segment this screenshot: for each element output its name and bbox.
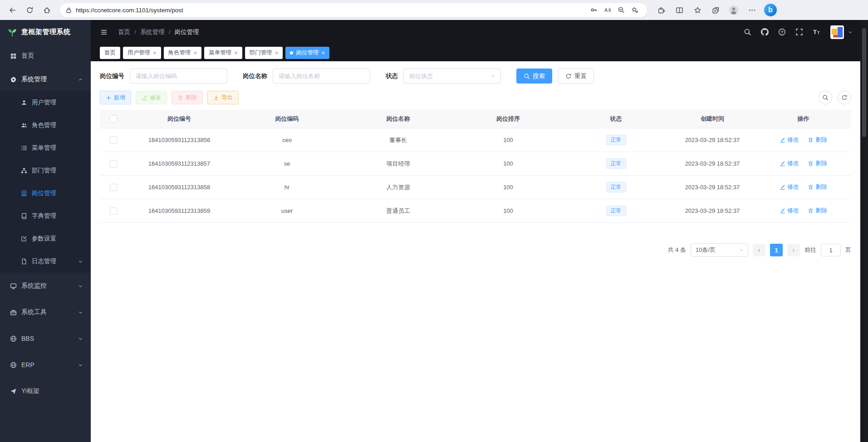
split-screen-button[interactable] bbox=[672, 3, 687, 17]
row-edit-link[interactable]: 修改 bbox=[780, 136, 799, 144]
filter-post-name: 岗位名称 bbox=[243, 69, 370, 83]
tab-users[interactable]: 用户管理 × bbox=[123, 47, 161, 59]
row-delete-link[interactable]: 删除 bbox=[808, 159, 827, 167]
collapse-sidebar-button[interactable] bbox=[98, 26, 110, 38]
page-number-1[interactable]: 1 bbox=[770, 244, 783, 256]
row-checkbox[interactable] bbox=[110, 207, 117, 215]
browser-menu-button[interactable] bbox=[744, 3, 760, 17]
row-edit-link[interactable]: 修改 bbox=[780, 159, 799, 167]
github-button[interactable] bbox=[761, 28, 769, 36]
sidebar-item-monitoring[interactable]: 系统监控 bbox=[0, 273, 91, 299]
extensions-button[interactable] bbox=[653, 3, 669, 17]
post-code-input[interactable] bbox=[130, 69, 227, 83]
profile-button[interactable] bbox=[726, 3, 741, 17]
post-name-input[interactable] bbox=[273, 69, 370, 83]
sidebar-item-erp[interactable]: ERP bbox=[0, 352, 91, 378]
row-delete-link[interactable]: 删除 bbox=[808, 136, 827, 144]
reset-button[interactable]: 重置 bbox=[558, 69, 594, 83]
read-aloud-button[interactable] bbox=[601, 4, 614, 16]
sidebar-item-label: BBS bbox=[21, 335, 34, 342]
password-button[interactable] bbox=[587, 4, 601, 16]
browser-home-button[interactable] bbox=[39, 3, 54, 17]
row-checkbox[interactable] bbox=[110, 160, 117, 167]
search-button[interactable]: 搜索 bbox=[516, 69, 552, 83]
sidebar-item-posts[interactable]: 岗位管理 bbox=[0, 182, 91, 205]
next-page-button[interactable]: › bbox=[787, 244, 800, 256]
tab-menus[interactable]: 菜单管理 × bbox=[204, 47, 242, 59]
row-checkbox[interactable] bbox=[110, 137, 117, 144]
close-icon[interactable]: × bbox=[153, 50, 157, 56]
sidebar-item-users[interactable]: 用户管理 bbox=[0, 91, 91, 114]
sidebar-item-departments[interactable]: 部门管理 bbox=[0, 159, 91, 182]
select-all-checkbox[interactable] bbox=[110, 115, 117, 123]
font-size-button[interactable] bbox=[813, 28, 821, 36]
chevron-up-icon bbox=[78, 77, 83, 83]
sidebar-item-home[interactable]: 首页 bbox=[0, 44, 91, 68]
sidebar-item-label: Yi框架 bbox=[21, 387, 39, 395]
sidebar-item-label: 系统工具 bbox=[21, 308, 47, 316]
tab-posts[interactable]: 岗位管理 × bbox=[285, 47, 329, 59]
star-icon bbox=[694, 6, 701, 14]
prev-page-button[interactable]: ‹ bbox=[753, 244, 765, 256]
zoom-out-button[interactable] bbox=[614, 4, 628, 16]
row-delete-link[interactable]: 删除 bbox=[808, 183, 827, 191]
status-select[interactable]: 岗位状态 bbox=[403, 69, 501, 83]
browser-back-button[interactable] bbox=[5, 3, 20, 17]
sidebar-item-system[interactable]: 系统管理 bbox=[0, 68, 91, 91]
export-button[interactable]: 导出 bbox=[207, 91, 239, 104]
add-button[interactable]: 新增 bbox=[100, 91, 131, 104]
browser-refresh-button[interactable] bbox=[22, 3, 37, 17]
toggle-search-button[interactable] bbox=[819, 91, 832, 104]
close-icon[interactable]: × bbox=[234, 50, 238, 56]
sidebar-item-dictionary[interactable]: 字典管理 bbox=[0, 205, 91, 227]
sidebar-item-logs[interactable]: 日志管理 bbox=[0, 250, 91, 273]
chevron-down-icon bbox=[848, 29, 853, 35]
sidebar-item-yi-framework[interactable]: Yi框架 bbox=[0, 378, 91, 404]
row-edit-link[interactable]: 修改 bbox=[780, 183, 799, 191]
row-delete-link[interactable]: 删除 bbox=[808, 206, 827, 215]
text-size-icon bbox=[813, 28, 821, 36]
leaf-logo-icon bbox=[7, 27, 17, 37]
favorites-button[interactable] bbox=[690, 3, 705, 17]
fullscreen-button[interactable] bbox=[795, 28, 803, 36]
close-icon[interactable]: × bbox=[321, 50, 325, 56]
sidebar-item-tools[interactable]: 系统工具 bbox=[0, 299, 91, 325]
profile-avatar-icon bbox=[729, 4, 739, 16]
help-button[interactable] bbox=[778, 28, 786, 36]
sidebar-item-bbs[interactable]: BBS bbox=[0, 325, 91, 352]
tab-home[interactable]: 首页 bbox=[100, 47, 120, 59]
table-row: 1641030593112313858 hr 人力资源 100 正常 2023-… bbox=[100, 176, 851, 199]
refresh-table-button[interactable] bbox=[838, 91, 851, 104]
col-post-sort: 岗位排序 bbox=[454, 110, 563, 128]
breadcrumb-system[interactable]: 系统管理 bbox=[140, 28, 165, 36]
toolbox-icon bbox=[10, 309, 17, 316]
tab-roles[interactable]: 角色管理 × bbox=[164, 47, 202, 59]
sidebar-item-menus[interactable]: 菜单管理 bbox=[0, 137, 91, 159]
row-edit-link[interactable]: 修改 bbox=[780, 206, 799, 215]
cell-post-name: 项目经理 bbox=[343, 152, 454, 176]
collections-button[interactable] bbox=[708, 3, 723, 17]
close-icon[interactable]: × bbox=[194, 50, 197, 56]
breadcrumb-home[interactable]: 首页 bbox=[118, 28, 130, 36]
scrollbar-thumb[interactable] bbox=[862, 28, 866, 137]
post-code-label: 岗位编号 bbox=[100, 72, 124, 80]
status-badge: 正常 bbox=[606, 135, 626, 146]
sidebar-item-parameters[interactable]: 参数设置 bbox=[0, 227, 91, 250]
tab-departments[interactable]: 部门管理 × bbox=[245, 47, 283, 59]
delete-button-label: 删除 bbox=[186, 94, 197, 102]
add-favorite-button[interactable] bbox=[628, 4, 642, 16]
sidebar-item-label: 岗位管理 bbox=[32, 189, 56, 197]
delete-button[interactable]: 删除 bbox=[172, 91, 203, 104]
status-select-placeholder: 岗位状态 bbox=[409, 72, 433, 80]
close-icon[interactable]: × bbox=[275, 50, 279, 56]
bing-button[interactable]: b bbox=[764, 4, 777, 16]
edit-button[interactable]: 修改 bbox=[136, 91, 167, 104]
address-bar[interactable]: https://ccnetcore.com:1101/system/post bbox=[60, 3, 647, 17]
page-size-select[interactable]: 10条/页 bbox=[691, 243, 748, 257]
sidebar-item-roles[interactable]: 角色管理 bbox=[0, 114, 91, 137]
user-avatar-dropdown[interactable] bbox=[830, 25, 853, 39]
bing-glyph: b bbox=[768, 6, 773, 14]
row-checkbox[interactable] bbox=[110, 184, 117, 191]
nav-search-button[interactable] bbox=[744, 28, 751, 36]
goto-page-input[interactable] bbox=[821, 244, 841, 256]
